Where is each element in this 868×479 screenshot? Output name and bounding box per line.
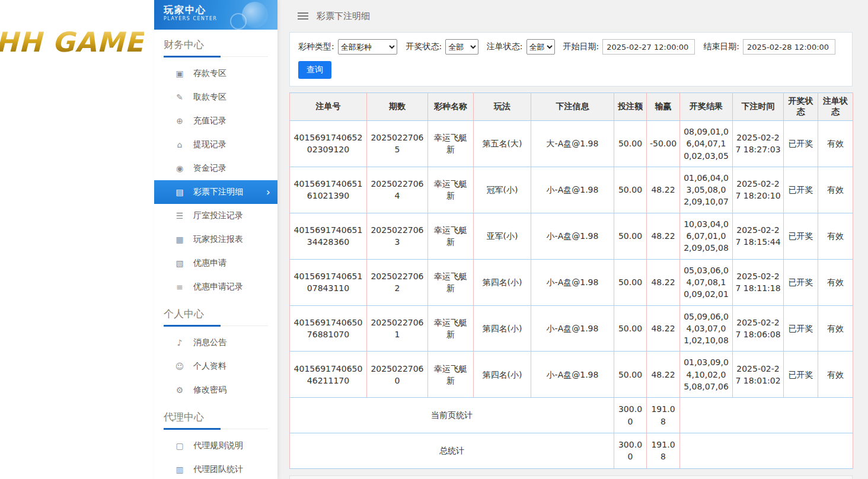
sidebar-item-withdraw[interactable]: ✎取款专区: [154, 85, 277, 109]
order-status-select[interactable]: 全部: [526, 39, 555, 55]
sidebar-item-deposit[interactable]: ▣存款专区: [154, 62, 277, 85]
summary-cell: 总统计: [290, 433, 614, 468]
table-cell: 大-A盘@1.98: [531, 121, 614, 167]
table-cell: 已开奖: [784, 352, 818, 398]
table-cell: 48.22: [647, 305, 680, 352]
table-cell: 已开奖: [784, 259, 818, 305]
table-cell: 已开奖: [784, 121, 818, 167]
start-date-input[interactable]: [602, 39, 695, 55]
table-cell: 20250227061: [367, 305, 428, 352]
table-cell: 有效: [818, 121, 853, 167]
sidebar-item-lottery-bet-detail[interactable]: ▤彩票下注明细›: [154, 180, 277, 204]
end-date-input[interactable]: [743, 39, 835, 55]
section-title-personal: 个人中心: [164, 307, 268, 326]
summary-cell: 191.08: [647, 398, 680, 433]
sidebar-item-label: 存款专区: [193, 68, 226, 79]
sidebar-item-funds-record[interactable]: ◉资金记录: [154, 157, 277, 180]
summary-row: 总统计300.00191.08: [290, 433, 853, 468]
filter-panel: 彩种类型: 全部彩种 开奖状态: 全部 注单状态: 全部 开始日期: 结束日期:…: [289, 32, 853, 87]
table-cell: 401569174065076881070: [290, 305, 367, 352]
column-header: 开奖状态: [784, 93, 818, 121]
sidebar-item-promo-apply[interactable]: ▧优惠申请: [154, 251, 277, 275]
sidebar-item-promo-apply-record[interactable]: ≡优惠申请记录: [154, 275, 277, 299]
table-cell: 50.00: [614, 305, 647, 352]
summary-cell: 当前页统计: [290, 398, 614, 433]
sidebar-item-agent-team-stats[interactable]: ▥代理团队统计: [154, 458, 277, 479]
table-cell: 20250227060: [367, 352, 428, 398]
sidebar-item-player-bet-report[interactable]: ▦玩家投注报表: [154, 228, 277, 251]
table-row: 40156917406513442836020250227063幸运飞艇新亚军(…: [290, 213, 853, 259]
table-cell: 小-A盘@1.98: [531, 352, 614, 398]
table-cell: 2025-02-27 18:27:03: [733, 121, 784, 167]
draw-status-select[interactable]: 全部: [445, 39, 478, 55]
sidebar-section-finance: 财务中心 ▣存款专区✎取款专区⊕充值记录⌂提现记录◉资金记录▤彩票下注明细›☰厅…: [154, 38, 277, 299]
table-cell: -50.00: [647, 121, 680, 167]
sidebar-item-label: 玩家投注报表: [193, 234, 243, 245]
sidebar-item-change-password-gear[interactable]: ⚙修改密码: [154, 378, 277, 402]
agent-menu: ▢代理规则说明▥代理团队统计: [154, 429, 277, 479]
table-cell: 幸运飞艇新: [428, 213, 474, 259]
column-header: 玩法: [474, 93, 531, 121]
table-row: 40156917406520230912020250227065幸运飞艇新第五名…: [290, 121, 853, 167]
sidebar-item-hall-bet-record[interactable]: ☰厅室投注记录: [154, 204, 277, 228]
summary-cell: 191.08: [647, 433, 680, 468]
sidebar-item-recharge-record[interactable]: ⊕充值记录: [154, 109, 277, 133]
table-cell: 401569174065134428360: [290, 213, 367, 259]
promo-apply-record-icon: ≡: [173, 282, 186, 292]
sidebar-header: 玩家中心 PLAYERS CENTER: [154, 0, 277, 30]
sidebar-item-cashout-record[interactable]: ⌂提现记录: [154, 133, 277, 157]
brand-panel: HH GAME: [0, 0, 154, 479]
deposit-icon: ▣: [173, 69, 186, 78]
sidebar-item-label: 代理规则说明: [193, 440, 243, 451]
sidebar-item-label: 提现记录: [193, 139, 226, 150]
table-cell: 401569174065046211170: [290, 352, 367, 398]
table-cell: 幸运飞艇新: [428, 259, 474, 305]
column-header: 输赢: [647, 93, 680, 121]
column-header: 投注额: [614, 93, 647, 121]
table-cell: 有效: [818, 213, 853, 259]
sidebar-item-label: 厅室投注记录: [193, 210, 243, 221]
personal-menu: ♪消息公告☺个人资料⚙修改密码: [154, 326, 277, 402]
order-status-label: 注单状态:: [487, 41, 523, 52]
sidebar-item-profile-person[interactable]: ☺个人资料: [154, 355, 277, 378]
table-cell: 10,03,04,06,07,01,02,09,05,08: [680, 213, 733, 259]
sidebar-item-announcement-bell[interactable]: ♪消息公告: [154, 331, 277, 355]
sidebar-item-label: 代理团队统计: [193, 464, 243, 475]
table-cell: 50.00: [614, 167, 647, 213]
table-cell: 20250227063: [367, 213, 428, 259]
funds-record-icon: ◉: [173, 164, 186, 173]
menu-toggle-icon[interactable]: [298, 12, 308, 20]
finance-menu: ▣存款专区✎取款专区⊕充值记录⌂提现记录◉资金记录▤彩票下注明细›☰厅室投注记录…: [154, 57, 277, 299]
table-cell: 2025-02-27 18:15:44: [733, 213, 784, 259]
sidebar-section-personal: 个人中心 ♪消息公告☺个人资料⚙修改密码: [154, 307, 277, 402]
lottery-type-select[interactable]: 全部彩种: [338, 39, 398, 55]
table-cell: 小-A盘@1.98: [531, 213, 614, 259]
sidebar-item-label: 消息公告: [193, 337, 226, 348]
sidebar-item-agent-rules-doc[interactable]: ▢代理规则说明: [154, 434, 277, 458]
table-cell: 冠军(小): [474, 167, 531, 213]
table-cell: 2025-02-27 18:11:18: [733, 259, 784, 305]
summary-cell: 300.00: [614, 433, 647, 468]
section-title-agent: 代理中心: [164, 410, 268, 429]
sidebar-item-label: 优惠申请: [193, 258, 226, 269]
table-cell: 有效: [818, 259, 853, 305]
sidebar-item-label: 修改密码: [193, 385, 226, 395]
table-cell: 05,09,06,04,03,07,01,02,10,08: [680, 305, 733, 352]
main-content: 彩票下注明细 彩种类型: 全部彩种 开奖状态: 全部 注单状态: 全部 开始日期…: [277, 0, 868, 479]
table-cell: 48.22: [647, 352, 680, 398]
table-cell: 2025-02-27 18:20:10: [733, 167, 784, 213]
cashout-record-icon: ⌂: [173, 140, 186, 149]
lottery-type-label: 彩种类型:: [298, 41, 334, 52]
topbar: 彩票下注明细: [277, 0, 868, 32]
search-button[interactable]: 查询: [298, 61, 331, 79]
table-cell: 有效: [818, 352, 853, 398]
table-cell: 小-A盘@1.98: [531, 305, 614, 352]
lottery-bet-detail-icon: ▤: [173, 187, 186, 197]
column-header: 彩种名称: [428, 93, 474, 121]
table-cell: 已开奖: [784, 305, 818, 352]
pagination-bar: 每页显示20条 共6条 首页 上一页 1 下一页 第 页 跳转: [289, 475, 853, 479]
withdraw-icon: ✎: [173, 92, 186, 102]
table-cell: 50.00: [614, 352, 647, 398]
column-header: 下注信息: [531, 93, 614, 121]
table-cell: 08,09,01,06,04,07,10,02,03,05: [680, 121, 733, 167]
